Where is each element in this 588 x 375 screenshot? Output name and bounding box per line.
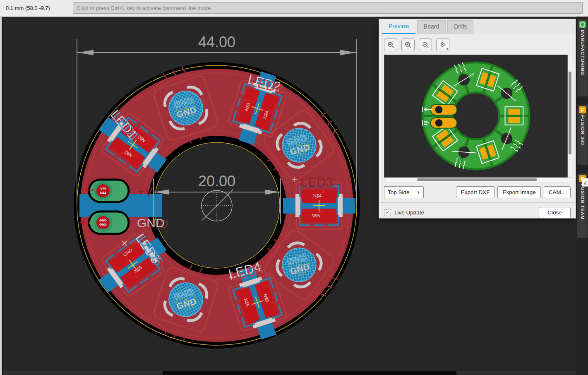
- chevron-down-icon: ▾: [446, 47, 448, 51]
- chevron-down-icon: ▼: [417, 190, 420, 195]
- status-bar: 0.1 mm (58.0 -9.7): [0, 0, 588, 17]
- gear-icon: ⚙: [440, 41, 445, 48]
- zoom-in-button[interactable]: [401, 38, 415, 51]
- preview-hscrollbar[interactable]: [384, 178, 572, 182]
- svg-text:N$5: N$5: [312, 213, 320, 218]
- tab-preview[interactable]: Preview: [382, 20, 415, 34]
- preview-panel-tabbar: Preview Board Drills: [379, 19, 576, 34]
- zoom-out-button[interactable]: [419, 38, 432, 51]
- export-dxf-button[interactable]: Export DXF: [456, 186, 495, 198]
- right-dock: MANUFACTURING F FUSION 360 F FUSION TEAM: [576, 17, 588, 375]
- svg-text:VIN: VIN: [100, 187, 106, 190]
- svg-text:44.00: 44.00: [198, 34, 235, 50]
- cam-button[interactable]: CAM...: [544, 186, 571, 198]
- manufacturing-icon: [579, 21, 586, 28]
- zoom-fit-icon: [387, 41, 394, 48]
- vin-net-label: +V: [137, 185, 153, 198]
- zoom-out-icon: [422, 41, 429, 48]
- fusion-360-icon: F: [579, 106, 586, 113]
- side-selector[interactable]: Top Side ▼: [384, 186, 424, 198]
- preview-panel: Preview Board Drills ⚙ ▾: [379, 19, 576, 219]
- live-update-checkbox[interactable]: ✓: [384, 209, 391, 216]
- gnd-through-hole-pad[interactable]: GND GND: [89, 212, 129, 234]
- tab-drills[interactable]: Drills: [447, 20, 473, 34]
- left-gutter: [0, 17, 2, 375]
- zoom-fit-button[interactable]: [384, 38, 397, 51]
- preview-hscrollbar-thumb[interactable]: [417, 178, 537, 181]
- svg-text:N$4: N$4: [313, 193, 322, 198]
- svg-text:GND: GND: [99, 219, 107, 222]
- tooltip-fragment: Z: [582, 178, 588, 187]
- export-image-button[interactable]: Export Image: [497, 186, 540, 198]
- dock-tab-fusion-360[interactable]: F FUSION 360: [577, 105, 588, 165]
- live-update-label: Live Update: [394, 209, 424, 216]
- dock-tab-manufacturing[interactable]: MANUFACTURING: [577, 19, 588, 96]
- tab-board[interactable]: Board: [417, 20, 446, 34]
- preview-vscrollbar-thumb[interactable]: [569, 72, 571, 154]
- led3-label: LED3: [300, 175, 334, 190]
- board-preview-viewport[interactable]: [384, 55, 568, 178]
- svg-text:2: 2: [322, 190, 324, 194]
- preview-settings-button[interactable]: ⚙ ▾: [436, 38, 449, 51]
- preview-board-top-side: [422, 60, 529, 171]
- vin-through-hole-pad[interactable]: VIN N$2: [89, 180, 129, 202]
- cursor-coordinates: 0.1 mm (58.0 -9.7): [6, 5, 50, 11]
- svg-text:N$2: N$2: [100, 191, 106, 195]
- zoom-in-icon: [405, 41, 412, 48]
- command-line-input[interactable]: [73, 2, 583, 14]
- svg-text:GND: GND: [99, 223, 107, 226]
- gnd-net-label: GND: [137, 216, 165, 230]
- svg-text:20.00: 20.00: [198, 173, 235, 190]
- canvas-hscrollbar-thumb[interactable]: [163, 371, 456, 375]
- preview-vscrollbar[interactable]: [568, 55, 572, 178]
- close-button[interactable]: Close: [539, 207, 571, 218]
